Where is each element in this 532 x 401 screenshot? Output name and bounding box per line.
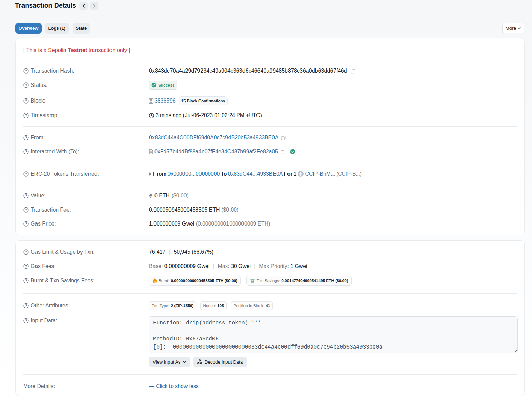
svg-text:?: ? (25, 150, 27, 154)
svg-text:?: ? (25, 114, 27, 118)
svg-text:?: ? (25, 319, 27, 323)
svg-text:?: ? (25, 83, 27, 87)
svg-text:?: ? (25, 172, 27, 176)
svg-text:?: ? (25, 208, 27, 212)
svg-text:?: ? (25, 69, 27, 73)
svg-text:?: ? (25, 136, 27, 140)
svg-text:?: ? (25, 222, 27, 226)
svg-text:?: ? (25, 99, 27, 103)
svg-text:?: ? (25, 279, 27, 283)
svg-text:?: ? (25, 265, 27, 268)
svg-text:?: ? (25, 304, 27, 308)
svg-text:?: ? (25, 250, 27, 254)
svg-text:?: ? (25, 194, 27, 198)
